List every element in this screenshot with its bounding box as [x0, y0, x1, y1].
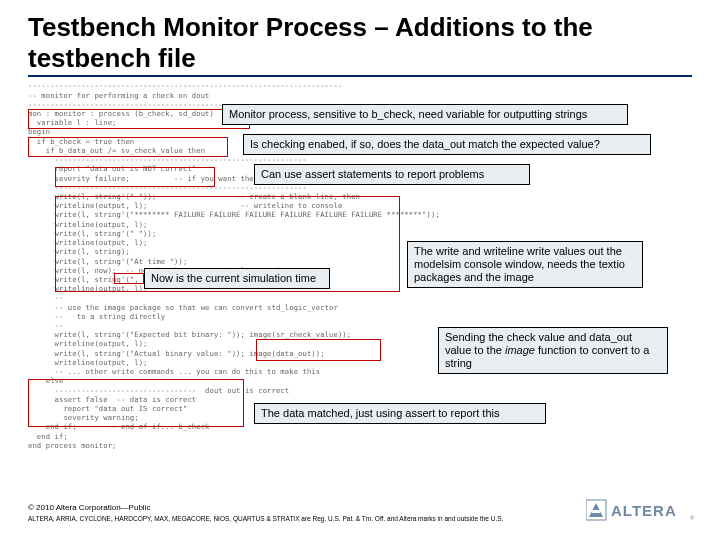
- svg-text:®: ®: [690, 515, 695, 521]
- callout-image-emph: image: [505, 344, 535, 356]
- legal-text: ALTERA, ARRIA, CYCLONE, HARDCOPY, MAX, M…: [28, 515, 548, 522]
- callout-checking-enabled: Is checking enabed, if so, does the data…: [243, 134, 651, 155]
- altera-logo: ALTERA ®: [586, 498, 698, 524]
- code-area: ----------------------------------------…: [28, 81, 692, 459]
- callout-now-time: Now is the current simulation time: [144, 268, 330, 289]
- logo-wordmark: ALTERA: [611, 502, 677, 519]
- copyright: © 2010 Altera Corporation—Public: [28, 503, 548, 512]
- redbox-image-calls: [256, 339, 381, 361]
- callout-image-function: Sending the check value and data_out val…: [438, 327, 668, 374]
- redbox-report-severity: [55, 167, 215, 187]
- redbox-process-header: [28, 109, 250, 129]
- redbox-check-if: [28, 137, 228, 157]
- redbox-else-assert: [28, 379, 244, 427]
- svg-rect-1: [592, 510, 600, 513]
- footer: © 2010 Altera Corporation—Public ALTERA,…: [28, 503, 548, 522]
- callout-data-matched: The data matched, just using assert to r…: [254, 403, 546, 424]
- slide: Testbench Monitor Process – Additions to…: [0, 0, 720, 540]
- callout-monitor-process: Monitor process, sensitive to b_check, n…: [222, 104, 628, 125]
- callout-assert-problems: Can use assert statements to report prob…: [254, 164, 530, 185]
- callout-write-writeline: The write and writeline write values out…: [407, 241, 643, 288]
- slide-title: Testbench Monitor Process – Additions to…: [28, 12, 692, 77]
- redbox-now: [114, 273, 144, 284]
